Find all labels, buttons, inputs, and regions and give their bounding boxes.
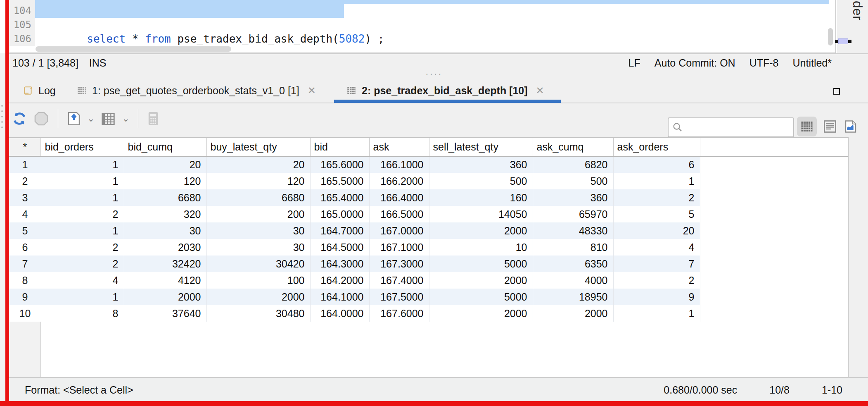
grid-cell[interactable]: 500 xyxy=(533,173,613,189)
tab-log[interactable]: Log xyxy=(23,81,56,100)
grid-cell[interactable]: 1 xyxy=(41,289,124,305)
grid-cell[interactable]: 4120 xyxy=(124,272,206,289)
row-number[interactable]: 7 xyxy=(9,256,41,272)
column-header[interactable]: sell_latest_qty xyxy=(429,138,533,156)
grid-cell[interactable]: 120 xyxy=(124,173,206,189)
grid-cell[interactable]: 164.5000 xyxy=(310,239,369,256)
grid-cell[interactable]: 8 xyxy=(41,305,124,322)
calculator-icon[interactable] xyxy=(147,110,160,127)
grid-cell[interactable]: 30 xyxy=(206,222,310,239)
grid-cell[interactable]: 2030 xyxy=(124,239,206,256)
table-row[interactable]: 62203030164.5000167.1000108104 xyxy=(9,239,848,256)
grid-cell[interactable]: 5 xyxy=(613,206,700,222)
grid-cell[interactable]: 5000 xyxy=(429,256,533,272)
grid-cell[interactable]: 32420 xyxy=(124,256,206,272)
table-row[interactable]: 21120120165.5000166.20005005001 xyxy=(9,173,848,189)
row-number[interactable]: 5 xyxy=(9,222,41,239)
grid-cell[interactable]: 167.0000 xyxy=(369,222,429,239)
close-tab-icon[interactable]: ✕ xyxy=(308,85,316,96)
row-number[interactable]: 9 xyxy=(9,289,41,305)
grid-cell[interactable]: 2000 xyxy=(429,272,533,289)
grid-cell[interactable]: 164.1000 xyxy=(310,289,369,305)
horizontal-scrollbar[interactable] xyxy=(36,46,231,52)
vertical-scrollbar[interactable] xyxy=(828,28,833,45)
grid-cell[interactable]: 6 xyxy=(613,156,700,173)
encoding[interactable]: UTF-8 xyxy=(749,57,779,69)
column-header[interactable]: buy_latest_qty xyxy=(206,138,310,156)
grid-cell[interactable]: 2 xyxy=(41,256,124,272)
collapsed-panel-label[interactable]: lder xyxy=(850,0,865,21)
grid-cell[interactable]: 166.2000 xyxy=(369,173,429,189)
column-header[interactable]: bid_orders xyxy=(41,138,124,156)
grid-cell[interactable]: 165.6000 xyxy=(310,156,369,173)
sql-editor[interactable]: 104 105 106 select * from pse_tradex_bid… xyxy=(9,0,836,53)
sql-code-line[interactable]: select * from pse_tradex_bid_ask_depth(5… xyxy=(35,4,384,18)
grid-cell[interactable]: 20 xyxy=(613,222,700,239)
grid-cell[interactable]: 160 xyxy=(429,189,533,206)
grid-cell[interactable]: 6350 xyxy=(533,256,613,272)
grid-cell[interactable]: 1 xyxy=(41,189,124,206)
grid-options-icon[interactable] xyxy=(100,111,116,127)
grid-cell[interactable]: 2000 xyxy=(206,289,310,305)
grid-cell[interactable]: 1 xyxy=(41,156,124,173)
table-row[interactable]: 1083764030480164.0000167.6000200020001 xyxy=(9,305,848,322)
grid-cell[interactable]: 14050 xyxy=(429,206,533,222)
insert-mode[interactable]: INS xyxy=(89,57,107,69)
row-number[interactable]: 3 xyxy=(9,189,41,206)
grid-cell[interactable]: 166.4000 xyxy=(369,189,429,206)
column-header[interactable]: ask xyxy=(369,138,429,156)
column-header[interactable]: ask_cumq xyxy=(533,138,613,156)
grid-cell[interactable]: 2000 xyxy=(124,289,206,305)
grid-cell[interactable]: 100 xyxy=(206,272,310,289)
grid-cell[interactable]: 1 xyxy=(41,173,124,189)
grid-cell[interactable]: 2 xyxy=(613,272,700,289)
chevron-down-icon[interactable]: ⌄ xyxy=(87,113,95,124)
grid-cell[interactable]: 120 xyxy=(206,173,310,189)
stop-icon[interactable] xyxy=(33,110,50,127)
row-number-header[interactable]: * xyxy=(9,138,41,156)
grid-cell[interactable]: 164.0000 xyxy=(310,305,369,322)
chart-view-button[interactable] xyxy=(843,119,858,134)
row-number[interactable]: 10 xyxy=(9,305,41,322)
maximize-panel-icon[interactable] xyxy=(833,88,840,95)
row-number[interactable]: 6 xyxy=(9,239,41,256)
panel-grip-handle[interactable] xyxy=(1,105,3,128)
table-row[interactable]: 42320200165.0000166.500014050659705 xyxy=(9,206,848,222)
grid-cell[interactable]: 166.5000 xyxy=(369,206,429,222)
tab-result-1[interactable]: 1: pse_get_quotes_orderbook_stats_v1_0 [… xyxy=(76,81,316,100)
column-header[interactable]: bid_cumq xyxy=(124,138,206,156)
refresh-icon[interactable] xyxy=(12,111,27,127)
grid-cell[interactable]: 6680 xyxy=(206,189,310,206)
grid-cell[interactable]: 167.5000 xyxy=(369,289,429,305)
grid-cell[interactable]: 200 xyxy=(206,206,310,222)
table-row[interactable]: 3166806680165.4000166.40001603602 xyxy=(9,189,848,206)
row-number[interactable]: 1 xyxy=(9,156,41,173)
grid-cell[interactable]: 360 xyxy=(429,156,533,173)
grid-cell[interactable]: 2 xyxy=(41,239,124,256)
table-row[interactable]: 513030164.7000167.000020004833020 xyxy=(9,222,848,239)
grid-cell[interactable]: 360 xyxy=(533,189,613,206)
grid-cell[interactable]: 2000 xyxy=(429,305,533,322)
grid-cell[interactable]: 48330 xyxy=(533,222,613,239)
grid-cell[interactable]: 167.1000 xyxy=(369,239,429,256)
grid-cell[interactable]: 167.3000 xyxy=(369,256,429,272)
result-grid[interactable]: *bid_ordersbid_cumqbuy_latest_qtybidasks… xyxy=(9,137,849,377)
table-row[interactable]: 723242030420164.3000167.3000500063507 xyxy=(9,256,848,272)
grid-cell[interactable]: 65970 xyxy=(533,206,613,222)
grid-cell[interactable]: 30480 xyxy=(206,305,310,322)
grid-cell[interactable]: 10 xyxy=(429,239,533,256)
grid-cell[interactable]: 167.6000 xyxy=(369,305,429,322)
grid-cell[interactable]: 7 xyxy=(613,256,700,272)
grid-cell[interactable]: 4 xyxy=(41,272,124,289)
column-header[interactable]: bid xyxy=(310,138,369,156)
grid-cell[interactable]: 164.3000 xyxy=(310,256,369,272)
grid-cell[interactable]: 165.0000 xyxy=(310,206,369,222)
grid-cell[interactable]: 5000 xyxy=(429,289,533,305)
grid-cell[interactable]: 500 xyxy=(429,173,533,189)
grid-cell[interactable]: 6820 xyxy=(533,156,613,173)
results-search-box[interactable] xyxy=(668,117,794,137)
grid-cell[interactable]: 20 xyxy=(206,156,310,173)
export-icon[interactable] xyxy=(66,110,81,127)
grid-cell[interactable]: 2000 xyxy=(429,222,533,239)
grid-cell[interactable]: 30 xyxy=(124,222,206,239)
